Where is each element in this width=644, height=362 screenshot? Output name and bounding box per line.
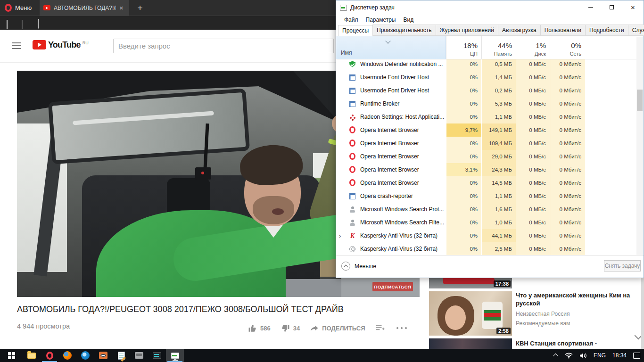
tray-expand-chevron-icon[interactable] (553, 354, 558, 359)
new-tab-button[interactable]: + (134, 2, 146, 14)
taskbar-firefox[interactable] (58, 349, 76, 362)
suggested-video-thumbnail[interactable] (429, 338, 512, 349)
share-button[interactable]: ПОДЕЛИТЬСЯ (310, 324, 365, 332)
process-network-value: 0 Мбит/с (550, 176, 585, 189)
suggested-video-title[interactable]: КВН Станция спортивная - (516, 339, 631, 347)
browser-menu-button[interactable]: Меню (0, 0, 40, 16)
process-disk-value: 0 МБ/с (516, 163, 550, 176)
maximize-button[interactable] (601, 0, 622, 14)
suggested-video-note: Рекомендуемые вам (516, 320, 631, 327)
process-icon (349, 101, 355, 107)
minimize-button[interactable] (580, 0, 601, 14)
process-row[interactable]: › Opera Internet Browser 0% 14,5 МБ 0 МБ… (336, 176, 637, 189)
clock[interactable]: 18:34 (612, 352, 627, 359)
tab-details[interactable]: Подробности (585, 25, 628, 36)
page-scrollbar[interactable] (641, 278, 644, 349)
column-header-name[interactable]: Имя (336, 36, 446, 59)
tab-processes[interactable]: Процессы (338, 25, 373, 36)
end-task-button[interactable]: Снять задачу (604, 260, 641, 272)
task-manager-footer: Меньше Снять задачу (336, 255, 644, 278)
wifi-icon[interactable] (565, 353, 573, 359)
youtube-logo[interactable]: YouTube RU (33, 40, 89, 50)
column-header-memory[interactable]: 44%Память (481, 36, 516, 59)
process-row[interactable]: › Microsoft Windows Search Prot... 0% 1,… (336, 203, 637, 216)
process-row[interactable]: › Microsoft Windows Search Filte... 0% 1… (336, 216, 637, 229)
process-row[interactable]: › Windows Defender notification ... 0% 0… (336, 58, 637, 71)
thumb-down-icon (281, 324, 290, 333)
tab-startup[interactable]: Автозагрузка (498, 25, 541, 36)
subscribe-watermark-button[interactable]: ПОДПИСАТЬСЯ (372, 282, 413, 291)
dislike-button[interactable]: 34 (281, 324, 300, 333)
process-disk-value: 0 МБ/с (516, 203, 550, 216)
search-input[interactable] (113, 39, 334, 53)
process-memory-value: 1,1 МБ (481, 189, 516, 203)
hamburger-menu-icon[interactable] (12, 42, 21, 49)
process-row[interactable]: › Opera Internet Browser 0% 29,0 МБ 0 МБ… (336, 150, 637, 163)
start-button[interactable] (0, 349, 23, 362)
menu-view[interactable]: Вид (399, 16, 417, 23)
collapse-icon (341, 262, 350, 271)
menu-options[interactable]: Параметры (362, 16, 400, 23)
forward-icon[interactable] (22, 20, 28, 26)
browser-tab[interactable]: АВТОМОБИЛЬ ГОДА?!/РЕ × (40, 0, 129, 16)
fewer-details-button[interactable]: Меньше (341, 262, 376, 271)
suggested-video-thumbnail[interactable]: 17:38 (429, 278, 512, 288)
process-row[interactable]: › Kaspersky Anti-Virus (32 бита) 0% 44,1… (336, 229, 637, 242)
more-actions-button[interactable] (396, 327, 407, 329)
tab-close-icon[interactable]: × (119, 4, 124, 11)
process-row[interactable]: › Kaspersky Anti-Virus (32 бита) 0% 2,5 … (336, 242, 637, 255)
volume-icon[interactable] (579, 353, 587, 359)
back-icon[interactable] (7, 20, 13, 26)
suggested-video-title[interactable]: Что у американской женщины Ким на русско… (516, 291, 631, 307)
process-network-value: 0 Мбит/с (550, 189, 585, 203)
process-memory-value: 149,1 МБ (481, 123, 516, 137)
speed-dial-icon[interactable] (52, 20, 59, 26)
tab-app-history[interactable]: Журнал приложений (436, 25, 498, 36)
action-center-icon[interactable] (633, 353, 640, 359)
column-header-network[interactable]: 0%Сеть (550, 36, 585, 59)
taskbar-notepad[interactable] (112, 349, 130, 362)
close-button[interactable]: × (622, 0, 644, 14)
process-row[interactable]: › Radeon Settings: Host Applicati... 0% … (336, 110, 637, 123)
language-indicator[interactable]: ENG (594, 352, 606, 359)
process-row[interactable]: › Opera Internet Browser 9,7% 149,1 МБ 0… (336, 123, 637, 137)
suggested-video-channel[interactable]: Неизвестная Россия (516, 311, 631, 317)
task-manager-titlebar[interactable]: Диспетчер задач × (336, 0, 644, 15)
taskbar-task-manager[interactable] (166, 349, 184, 362)
process-row[interactable]: › Runtime Broker 0% 5,3 МБ 0 МБ/с 0 Мбит… (336, 97, 637, 110)
menu-file[interactable]: Файл (340, 16, 362, 23)
add-to-playlist-button[interactable] (376, 324, 385, 332)
taskbar-opera[interactable] (41, 349, 58, 362)
view-count: 4 944 просмотра (17, 322, 70, 330)
taskbar-console[interactable] (148, 349, 166, 362)
column-header-cpu[interactable]: 18%ЦП (446, 36, 481, 59)
tab-performance[interactable]: Производительность (372, 25, 436, 36)
tab-services[interactable]: Службы (628, 25, 644, 36)
reload-icon[interactable] (38, 20, 44, 26)
taskbar-file-explorer[interactable] (23, 349, 41, 362)
blue-app-icon (81, 351, 90, 360)
tab-users[interactable]: Пользователи (540, 25, 586, 36)
process-row[interactable]: › Usermode Font Driver Host 0% 1,4 МБ 0 … (336, 71, 637, 84)
like-button[interactable]: 586 (248, 324, 271, 333)
task-manager-scrollbar[interactable] (636, 37, 643, 255)
process-row[interactable]: › Usermode Font Driver Host 0% 0,2 МБ 0 … (336, 84, 637, 97)
process-row[interactable]: › Opera Internet Browser 3,1% 24,3 МБ 0 … (336, 163, 637, 176)
taskbar-app-device[interactable] (130, 349, 148, 362)
system-tray: ENG 18:34 (554, 349, 640, 362)
process-row[interactable]: › Opera Internet Browser 0% 109,4 МБ 0 М… (336, 137, 637, 150)
process-memory-value: 1,4 МБ (481, 71, 516, 84)
suggested-video-thumbnail[interactable]: 2:58 (429, 291, 512, 336)
process-row[interactable]: › Opera crash-reporter 0% 1,1 МБ 0 МБ/с … (336, 189, 637, 203)
opera-icon (46, 352, 53, 360)
process-name: Kaspersky Anti-Virus (32 бита) (360, 246, 438, 252)
expand-chevron-icon[interactable]: › (339, 232, 345, 239)
process-cpu-value: 0% (446, 203, 481, 216)
dislike-count: 34 (293, 325, 300, 332)
column-header-disk[interactable]: 1%Диск (516, 36, 550, 59)
scrollbar-thumb[interactable] (637, 90, 643, 111)
task-manager-menubar: Файл Параметры Вид (336, 15, 644, 25)
taskbar-app-blue[interactable] (76, 349, 94, 362)
taskbar-app-eye[interactable] (94, 349, 112, 362)
process-cpu-value: 0% (446, 71, 481, 84)
